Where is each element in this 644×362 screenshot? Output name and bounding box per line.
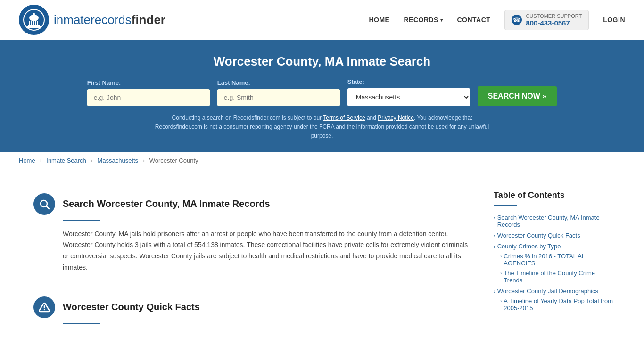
- table-of-contents: Table of Contents › Search Worcester Cou…: [484, 179, 625, 346]
- login-button[interactable]: LOGIN: [603, 16, 625, 24]
- logo-icon: [19, 5, 49, 35]
- toc-item-3: › County Crimes by Type › Crimes % in 20…: [494, 243, 615, 284]
- last-name-input[interactable]: [217, 89, 340, 106]
- breadcrumb-county: Worcester County: [149, 157, 198, 164]
- chevron-right-icon: ›: [500, 254, 502, 259]
- chevron-right-icon: ›: [494, 233, 495, 239]
- chevron-right-icon: ›: [494, 215, 495, 221]
- section1-body: Worcester County, MA jails hold prisoner…: [63, 229, 470, 273]
- breadcrumb-sep-1: ›: [40, 157, 41, 164]
- toc-link-1[interactable]: › Search Worcester County, MA Inmate Rec…: [494, 214, 615, 228]
- breadcrumb-home[interactable]: Home: [19, 157, 35, 164]
- chevron-right-icon: ›: [500, 298, 502, 304]
- svg-point-12: [33, 13, 35, 16]
- nav-home[interactable]: HOME: [369, 16, 389, 24]
- last-name-group: Last Name:: [217, 79, 340, 106]
- nav-contact[interactable]: CONTACT: [457, 16, 490, 24]
- svg-rect-2: [32, 17, 36, 18]
- search-form: First Name: Last Name: State: Massachuse…: [19, 78, 625, 106]
- logo-area: inmaterecordsfinder: [19, 5, 165, 35]
- state-label: State:: [347, 78, 364, 85]
- breadcrumb-state[interactable]: Massachusetts: [97, 157, 138, 164]
- section1-underline: [63, 220, 100, 221]
- search-section-icon: [33, 193, 55, 215]
- toc-item-1: › Search Worcester County, MA Inmate Rec…: [494, 214, 615, 228]
- toc-sub-item-3-1: › Crimes % in 2016 - TOTAL ALL AGENCIES: [500, 253, 615, 267]
- svg-rect-4: [31, 21, 32, 25]
- phone-icon: ☎: [512, 15, 522, 25]
- svg-rect-8: [28, 25, 40, 26]
- toc-sub-link-4-1[interactable]: › A Timeline of Yearly Data Pop Total fr…: [500, 297, 615, 312]
- toc-sub-item-3-2: › The Timeline of the County Crime Trend…: [500, 270, 615, 284]
- toc-item-2: › Worcester County Quick Facts: [494, 232, 615, 239]
- privacy-link[interactable]: Privacy Notice: [378, 115, 414, 121]
- svg-line-14: [47, 206, 50, 209]
- svg-rect-3: [29, 21, 30, 25]
- content-left: Search Worcester County, MA Inmate Recor…: [19, 179, 484, 346]
- toc-sub-4: › A Timeline of Yearly Data Pop Total fr…: [494, 297, 615, 312]
- disclaimer-text: Conducting a search on Recordsfinder.com…: [152, 114, 492, 141]
- svg-rect-7: [37, 21, 38, 25]
- svg-rect-5: [33, 21, 34, 25]
- toc-title: Table of Contents: [494, 190, 615, 200]
- svg-rect-9: [27, 26, 41, 27]
- last-name-label: Last Name:: [217, 79, 250, 86]
- section2-title: Worcester County Quick Facts: [63, 302, 200, 313]
- toc-sub-link-3-1[interactable]: › Crimes % in 2016 - TOTAL ALL AGENCIES: [500, 253, 615, 267]
- chevron-right-icon: ›: [500, 271, 502, 276]
- toc-sub-item-4-1: › A Timeline of Yearly Data Pop Total fr…: [500, 297, 615, 312]
- toc-underline: [494, 205, 517, 206]
- toc-item-4: › Worcester County Jail Demographics › A…: [494, 288, 615, 312]
- state-select[interactable]: Massachusetts: [347, 88, 470, 106]
- chevron-right-icon: ›: [494, 288, 495, 294]
- customer-support-box[interactable]: ☎ CUSTOMER SUPPORT 800-433-0567: [504, 10, 589, 30]
- page-title: Worcester County, MA Inmate Search: [19, 54, 625, 69]
- breadcrumb: Home › Inmate Search › Massachusetts › W…: [0, 152, 644, 169]
- section-quick-facts: Worcester County Quick Facts: [33, 285, 470, 324]
- state-group: State: Massachusetts: [347, 78, 470, 106]
- tos-link[interactable]: Terms of Service: [323, 115, 365, 121]
- main-nav: HOME RECORDS ▾ CONTACT ☎ CUSTOMER SUPPOR…: [369, 10, 625, 30]
- main-content: Search Worcester County, MA Inmate Recor…: [0, 169, 644, 356]
- logo-text: inmaterecordsfinder: [54, 13, 165, 27]
- toc-sub-link-3-2[interactable]: › The Timeline of the County Crime Trend…: [500, 270, 615, 284]
- section-inmate-records: Search Worcester County, MA Inmate Recor…: [33, 193, 470, 273]
- chevron-down-icon: ▾: [440, 17, 443, 23]
- first-name-input[interactable]: [87, 89, 210, 106]
- toc-link-3[interactable]: › County Crimes by Type: [494, 243, 615, 250]
- toc-list: › Search Worcester County, MA Inmate Rec…: [494, 214, 615, 312]
- section1-header: Search Worcester County, MA Inmate Recor…: [33, 193, 470, 215]
- section2-underline: [63, 323, 100, 324]
- toc-sub-3: › Crimes % in 2016 - TOTAL ALL AGENCIES …: [494, 253, 615, 284]
- search-button[interactable]: SEARCH NOW »: [478, 86, 557, 106]
- toc-link-4[interactable]: › Worcester County Jail Demographics: [494, 288, 615, 295]
- svg-rect-6: [35, 21, 36, 25]
- section1-title: Search Worcester County, MA Inmate Recor…: [63, 198, 270, 209]
- alert-section-icon: [33, 296, 55, 318]
- nav-records[interactable]: RECORDS ▾: [404, 16, 443, 24]
- support-info: CUSTOMER SUPPORT 800-433-0567: [526, 13, 582, 27]
- breadcrumb-sep-3: ›: [143, 157, 145, 164]
- section2-header: Worcester County Quick Facts: [33, 296, 470, 318]
- breadcrumb-inmate-search[interactable]: Inmate Search: [46, 157, 86, 164]
- toc-link-2[interactable]: › Worcester County Quick Facts: [494, 232, 615, 239]
- site-header: inmaterecordsfinder HOME RECORDS ▾ CONTA…: [0, 0, 644, 40]
- first-name-group: First Name:: [87, 79, 210, 106]
- chevron-right-icon: ›: [494, 244, 495, 249]
- search-hero: Worcester County, MA Inmate Search First…: [0, 40, 644, 152]
- breadcrumb-sep-2: ›: [91, 157, 92, 164]
- svg-rect-10: [26, 27, 41, 28]
- first-name-label: First Name:: [87, 79, 121, 86]
